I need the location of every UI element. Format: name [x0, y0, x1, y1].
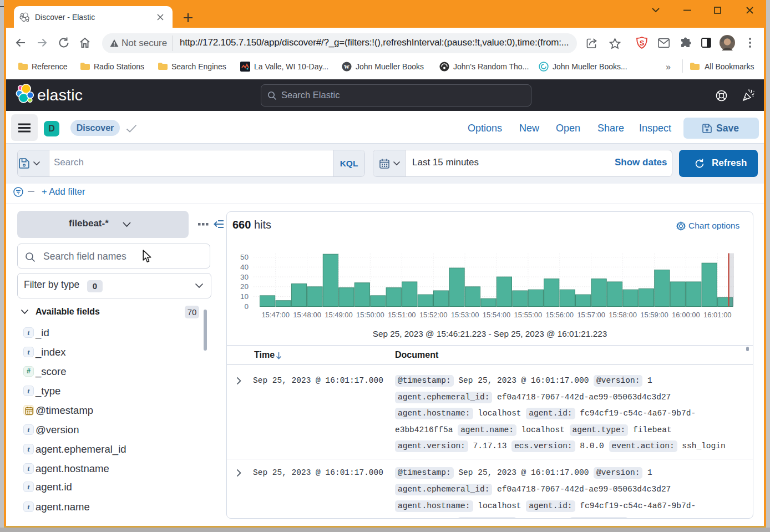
- svg-text:15:48:00: 15:48:00: [293, 311, 321, 319]
- svg-text:15:47:00: 15:47:00: [261, 311, 290, 319]
- svg-text:40: 40: [240, 263, 249, 271]
- svg-text:15:57:00: 15:57:00: [577, 311, 605, 319]
- svg-text:W: W: [344, 64, 349, 70]
- svg-text:S: S: [640, 39, 645, 47]
- svg-text:15:51:00: 15:51:00: [388, 311, 416, 319]
- svg-text:15:50:00: 15:50:00: [356, 311, 384, 319]
- svg-text:50: 50: [240, 253, 249, 261]
- svg-text:16:01:00: 16:01:00: [703, 311, 732, 319]
- svg-text:20: 20: [240, 282, 249, 291]
- svg-text:15:53:00: 15:53:00: [451, 311, 479, 319]
- svg-text:15:59:00: 15:59:00: [640, 311, 668, 319]
- svg-text:15:56:00: 15:56:00: [545, 311, 574, 319]
- svg-text:0: 0: [244, 302, 249, 311]
- svg-text:10: 10: [240, 292, 249, 301]
- svg-text:15:49:00: 15:49:00: [325, 311, 353, 319]
- svg-text:16:00:00: 16:00:00: [672, 311, 700, 319]
- svg-text:30: 30: [240, 273, 249, 281]
- svg-text:15:55:00: 15:55:00: [514, 311, 543, 319]
- svg-text:15:52:00: 15:52:00: [419, 311, 448, 319]
- svg-text:15:58:00: 15:58:00: [609, 311, 637, 319]
- svg-text:15:54:00: 15:54:00: [483, 311, 511, 319]
